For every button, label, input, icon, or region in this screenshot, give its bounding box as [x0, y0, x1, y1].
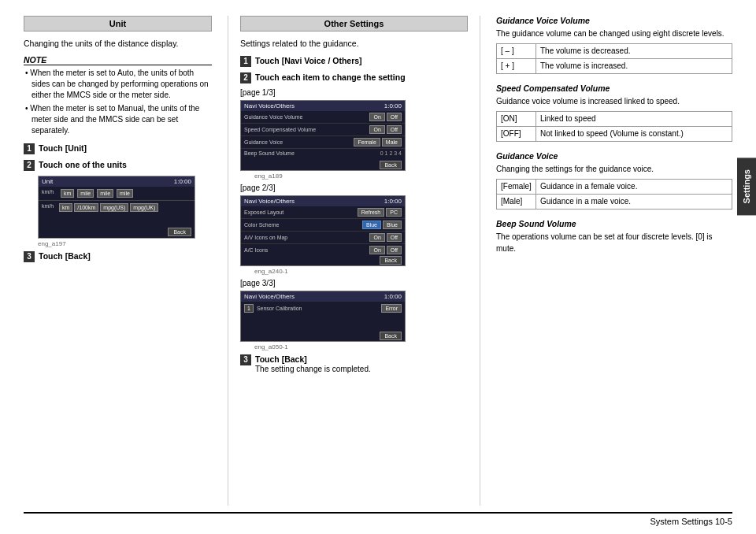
guidance-voice-section: Guidance Voice Changing the settings for…: [496, 151, 732, 210]
caption-1: eng_a189: [254, 172, 468, 180]
table-cell: [Male]: [497, 195, 536, 210]
table-cell: Not linked to speed (Volume is constant.…: [536, 127, 732, 142]
table-cell: The volume is increased.: [536, 59, 732, 74]
screen3: Navi Voice/Others 1:0:00 1 Sensor Calibr…: [240, 291, 406, 342]
guidance-voice-volume-table: [ – ] The volume is decreased. [ + ] The…: [496, 43, 732, 74]
step2-block: 2 Touch one of the units: [24, 159, 212, 171]
speed-compensated-volume-section: Speed Compensated Volume Guidance voice …: [496, 83, 732, 142]
caption-3: eng_a050-1: [254, 343, 468, 350]
note-item-2: • When the meter is set to Manual, the u…: [24, 103, 212, 136]
table-row: [ – ] The volume is decreased.: [497, 44, 732, 59]
screen1-header: Navi Voice/Others 1:0:00: [241, 101, 405, 111]
unit-screen: Unit 1:0:00 km/h km mile mile mile km/h …: [38, 176, 195, 239]
beep-sound-volume-section: Beep Sound Volume The operations volume …: [496, 219, 732, 254]
mid-step3-num: 3: [240, 354, 251, 365]
step1-block: 1 Touch [Unit]: [24, 143, 212, 154]
other-settings-header: Other Settings: [240, 16, 468, 32]
step2-num: 2: [24, 160, 35, 171]
mid-step2-block: 2 Touch each item to change the setting: [240, 72, 468, 83]
unit-intro: Changing the units of the distance displ…: [24, 38, 212, 50]
unit-section-header: Unit: [24, 16, 212, 32]
mid-step3-block: 3 Touch [Back] The setting change is com…: [240, 354, 468, 374]
guidance-voice-table: [Female] Guidance in a female voice. [Ma…: [496, 179, 732, 210]
beep-sound-volume-text: The operations volume can be set at four…: [496, 231, 732, 254]
page-footer: System Settings 10-5: [24, 512, 732, 526]
mid-step1-num: 1: [240, 56, 251, 67]
mid-step3-text: Touch [Back]: [255, 354, 307, 364]
page-label-3: [page 3/3]: [240, 279, 468, 287]
screen-caption: eng_a197: [38, 240, 212, 247]
guidance-voice-title: Guidance Voice: [496, 151, 732, 161]
table-cell: Linked to speed: [536, 112, 732, 127]
table-cell: [Female]: [497, 180, 536, 195]
note-title: NOTE: [24, 55, 212, 65]
guidance-voice-volume-section: Guidance Voice Volume The guidance volum…: [496, 16, 732, 74]
guidance-voice-volume-title: Guidance Voice Volume: [496, 16, 732, 25]
right-column: Guidance Voice Volume The guidance volum…: [480, 16, 732, 506]
page-container: Unit Changing the units of the distance …: [0, 0, 756, 534]
table-cell: The volume is decreased.: [536, 44, 732, 59]
table-row: [ + ] The volume is increased.: [497, 59, 732, 74]
other-settings-intro: Settings related to the guidance.: [240, 38, 468, 50]
left-column: Unit Changing the units of the distance …: [24, 16, 228, 506]
step3-block: 3 Touch [Back]: [24, 250, 212, 262]
footer-right: System Settings 10-5: [650, 517, 732, 526]
note-block: NOTE • When the meter is set to Auto, th…: [24, 55, 212, 136]
mid-step2-num: 2: [240, 72, 251, 83]
screen-header: Unit 1:0:00: [39, 176, 195, 187]
table-cell: [ – ]: [497, 44, 536, 59]
step3-num: 3: [24, 251, 35, 262]
screen1: Navi Voice/Others 1:0:00 Guidance Voice …: [240, 100, 406, 171]
note-item-1: • When the meter is set to Auto, the uni…: [24, 68, 212, 101]
table-row: [Male] Guidance in a male voice.: [497, 195, 732, 210]
step3-text: Touch [Back]: [39, 251, 91, 261]
guidance-voice-text: Changing the settings for the guidance v…: [496, 163, 732, 175]
speed-compensated-volume-text: Guidance voice volume is increased linke…: [496, 95, 732, 107]
step1-num: 1: [24, 143, 35, 154]
table-cell: Guidance in a female voice.: [536, 180, 732, 195]
screen2-header: Navi Voice/Others 1:0:00: [241, 196, 405, 206]
table-row: [ON] Linked to speed: [497, 112, 732, 127]
main-content: Unit Changing the units of the distance …: [24, 16, 732, 506]
table-cell: [ON]: [497, 112, 536, 127]
caption-2: eng_a240-1: [254, 268, 468, 275]
page-label-1: [page 1/3]: [240, 88, 468, 97]
middle-column: Other Settings Settings related to the g…: [228, 16, 480, 506]
screen2: Navi Voice/Others 1:0:00 Exposed Layout …: [240, 195, 406, 266]
speed-compensated-volume-title: Speed Compensated Volume: [496, 83, 732, 93]
guidance-voice-volume-text: The guidance volume can be changed using…: [496, 28, 732, 39]
mid-step2-text: Touch each item to change the setting: [255, 72, 406, 82]
table-cell: Guidance in a male voice.: [536, 195, 732, 210]
mid-step1-block: 1 Touch [Navi Voice / Others]: [240, 55, 468, 67]
mid-step3-sub: The setting change is completed.: [255, 365, 371, 373]
settings-tab: Settings: [737, 158, 756, 215]
table-cell: [OFF]: [497, 127, 536, 142]
table-row: [OFF] Not linked to speed (Volume is con…: [497, 127, 732, 142]
screen3-header: Navi Voice/Others 1:0:00: [241, 291, 405, 302]
table-cell: [ + ]: [497, 59, 536, 74]
step2-text: Touch one of the units: [39, 160, 127, 169]
speed-compensated-volume-table: [ON] Linked to speed [OFF] Not linked to…: [496, 111, 732, 142]
page-label-2: [page 2/3]: [240, 184, 468, 192]
table-row: [Female] Guidance in a female voice.: [497, 180, 732, 195]
mid-step1-text: Touch [Navi Voice / Others]: [255, 56, 362, 65]
step1-text: Touch [Unit]: [39, 143, 87, 153]
beep-sound-volume-title: Beep Sound Volume: [496, 219, 732, 228]
